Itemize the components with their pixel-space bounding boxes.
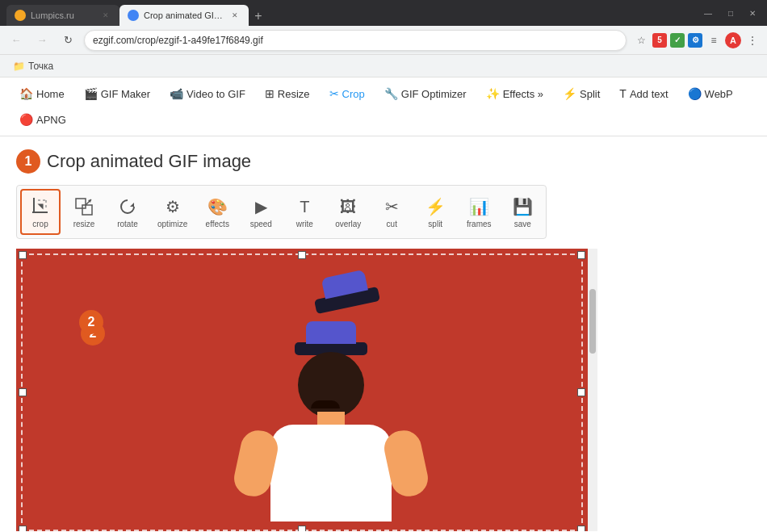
nav-home-label: Home [36,88,65,100]
nav-gif-maker[interactable]: 🎬 GIF Maker [78,84,157,103]
overlay-tool-icon: 🖼 [337,195,359,218]
nav-effects-label: Effects » [503,88,543,100]
nav-apng-label: APNG [36,114,66,126]
crop-handle-tm[interactable] [298,251,306,259]
more-options-icon[interactable]: ⋮ [744,32,761,48]
tool-frames[interactable]: 📊 frames [459,191,499,233]
back-button[interactable]: ← [6,31,26,50]
bookmarks-icon[interactable]: ☆ [633,32,649,48]
crop-tool-icon [29,195,52,218]
resize-tool-label: resize [73,220,95,228]
close-button[interactable]: ✕ [744,7,761,19]
nav-gif-optimizer[interactable]: 🔧 GIF Optimizer [378,84,473,103]
url-text: ezgif.com/crop/ezgif-1-a49fe17f6849.gif [93,35,618,46]
bookmark-label: Точка [28,61,53,72]
tool-cut[interactable]: ✂ cut [371,191,412,233]
page-heading: 1 Crop animated GIF image [16,149,751,174]
tool-split[interactable]: ⚡ split [415,191,455,233]
extension-icon-green[interactable]: ✓ [670,33,685,48]
profile-avatar[interactable]: A [725,32,741,48]
address-bar: ← → ↻ ezgif.com/crop/ezgif-1-a49fe17f684… [0,26,767,55]
nav-webp[interactable]: 🔵 WebP [681,84,740,103]
tab-lumpics[interactable]: Lumpics.ru ✕ [6,5,119,26]
page-content: 🏠 Home 🎬 GIF Maker 📹 Video to GIF ⊞ Resi… [0,77,767,532]
tab-crop[interactable]: Crop animated GIF - gif-man-m… ✕ [119,5,249,26]
nav-resize[interactable]: ⊞ Resize [258,84,316,103]
add-text-icon: T [619,87,627,100]
tool-speed[interactable]: ▶ speed [241,191,281,233]
tool-crop[interactable]: crop [20,189,61,235]
nav-video-to-gif[interactable]: 📹 Video to GIF [163,84,252,103]
main-page: 1 Crop animated GIF image crop [0,136,767,532]
save-tool-icon: 💾 [511,195,534,218]
page-title: Crop animated GIF image [47,151,251,172]
nav-crop[interactable]: ✂ Crop [323,84,371,103]
nav-split-label: Split [580,88,600,100]
new-tab-button[interactable]: + [249,6,268,26]
tool-save[interactable]: 💾 save [502,191,543,233]
frames-tool-label: frames [467,220,492,228]
minimize-button[interactable]: — [699,7,717,19]
home-icon: 🏠 [19,87,33,100]
forward-button[interactable]: → [32,31,52,50]
scrollbar[interactable] [588,249,597,531]
tab-close-lumpics[interactable]: ✕ [100,10,111,21]
crop-handle-tr[interactable] [577,251,585,259]
tool-effects[interactable]: 🎨 effects [197,191,237,233]
site-nav: 🏠 Home 🎬 GIF Maker 📹 Video to GIF ⊞ Resi… [0,77,767,136]
image-section: 2 [16,249,751,531]
tool-overlay[interactable]: 🖼 overlay [328,191,368,233]
crop-handle-br[interactable] [577,526,585,531]
refresh-button[interactable]: ↻ [58,31,78,50]
effects-icon: ✨ [486,87,500,100]
optimizer-icon: 🔧 [384,87,398,100]
title-bar: Lumpics.ru ✕ Crop animated GIF - gif-man… [0,0,767,26]
video-icon: 📹 [170,87,183,100]
nav-split[interactable]: ⚡ Split [556,84,606,103]
tool-resize[interactable]: resize [64,191,104,233]
nav-effects[interactable]: ✨ Effects » [480,84,550,103]
step2-image-badge: 2 [79,310,103,334]
crop-handle-bl[interactable] [19,526,27,531]
extension-icon-blue[interactable]: ⚙ [688,33,702,48]
frames-tool-icon: 📊 [467,195,490,218]
nav-apng[interactable]: 🔴 APNG [13,110,73,129]
tool-optimize[interactable]: ⚙ optimize [151,191,194,233]
speed-tool-label: speed [250,220,272,228]
bookmark-folder[interactable]: 📁 Точка [6,59,60,73]
folder-icon: 📁 [13,61,25,72]
effects-tool-icon: 🎨 [206,195,228,218]
crop-handle-mr[interactable] [577,388,585,396]
url-bar[interactable]: ezgif.com/crop/ezgif-1-a49fe17f6849.gif [84,30,627,51]
image-container: 2 [16,249,597,531]
tool-write[interactable]: T write [284,191,325,233]
nav-home[interactable]: 🏠 Home [13,84,71,103]
write-tool-icon: T [293,195,316,218]
crop-handle-ml[interactable] [19,388,27,396]
tab-title-lumpics: Lumpics.ru [31,10,74,20]
bookmark-bar: 📁 Точка [0,55,767,77]
speed-tool-icon: ▶ [249,195,272,218]
split-tool-icon: ⚡ [424,195,446,218]
address-bar-icons: ☆ 5 ✓ ⚙ ≡ A ⋮ [633,32,761,48]
crop-handle-tl[interactable] [19,251,27,259]
nav-gif-maker-label: GIF Maker [101,88,150,100]
svg-marker-4 [37,201,46,210]
tab-favicon-lumpics [15,10,26,21]
svg-rect-6 [82,205,92,215]
maximize-button[interactable]: □ [723,7,738,19]
rotate-tool-icon [116,195,139,218]
nav-add-text-label: Add text [630,88,669,100]
split-icon: ⚡ [563,87,576,100]
tab-close-crop[interactable]: ✕ [229,10,241,21]
webp-icon: 🔵 [688,87,702,100]
resize-icon: ⊞ [265,87,275,100]
gif-maker-icon: 🎬 [84,87,98,100]
tool-rotate[interactable]: rotate [107,191,148,233]
split-tool-label: split [428,220,442,228]
extension-icon-red[interactable]: 5 [652,33,667,48]
cut-tool-label: cut [387,220,397,228]
menu-icon[interactable]: ≡ [706,32,722,48]
tab-title-crop: Crop animated GIF - gif-man-m… [144,10,224,20]
nav-add-text[interactable]: T Add text [613,84,674,103]
